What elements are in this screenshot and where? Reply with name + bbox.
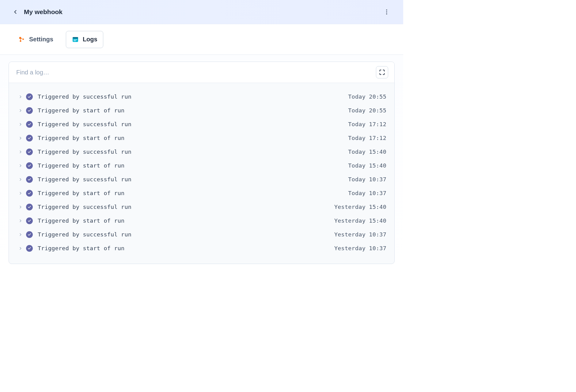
tab-settings[interactable]: Settings: [12, 31, 59, 48]
back-button[interactable]: [11, 8, 20, 16]
log-message: Triggered by successful run: [38, 149, 348, 155]
log-row[interactable]: Triggered by start of runToday 15:40: [16, 159, 388, 172]
chevron-right-icon: [17, 136, 24, 140]
log-message: Triggered by successful run: [38, 176, 348, 183]
search-input[interactable]: [15, 66, 376, 78]
chevron-left-icon: [12, 9, 18, 15]
log-message: Triggered by start of run: [38, 135, 348, 141]
log-timestamp: Today 10:37: [348, 176, 386, 183]
status-success-icon: [26, 135, 33, 141]
maximize-icon: [379, 69, 385, 75]
search-row: [9, 62, 394, 83]
logs-panel: Triggered by successful runToday 20:55Tr…: [9, 62, 395, 264]
tabs-bar: Settings Logs: [0, 24, 403, 55]
svg-point-3: [19, 37, 21, 39]
log-row[interactable]: Triggered by successful runToday 10:37: [16, 172, 388, 186]
svg-rect-9: [74, 40, 76, 41]
log-timestamp: Yesterday 10:37: [334, 231, 386, 238]
log-row[interactable]: Triggered by successful runToday 17:12: [16, 117, 388, 131]
chevron-right-icon: [17, 191, 24, 195]
log-list: Triggered by successful runToday 20:55Tr…: [9, 83, 394, 264]
log-message: Triggered by start of run: [38, 107, 348, 114]
log-timestamp: Today 20:55: [348, 93, 386, 100]
status-success-icon: [26, 231, 33, 238]
svg-point-4: [23, 38, 24, 40]
log-message: Triggered by start of run: [38, 245, 334, 251]
page-header: My webhook: [0, 0, 403, 24]
log-timestamp: Today 17:12: [348, 135, 386, 141]
status-success-icon: [26, 162, 33, 169]
log-row[interactable]: Triggered by successful runToday 15:40: [16, 145, 388, 159]
log-row[interactable]: Triggered by start of runToday 20:55: [16, 104, 388, 117]
chevron-right-icon: [17, 122, 24, 126]
status-success-icon: [26, 217, 33, 224]
svg-point-5: [20, 40, 21, 42]
chevron-right-icon: [17, 232, 24, 237]
expand-button[interactable]: [376, 66, 388, 78]
svg-point-1: [386, 11, 387, 12]
log-message: Triggered by successful run: [38, 204, 334, 210]
status-success-icon: [26, 149, 33, 155]
chevron-right-icon: [17, 246, 24, 251]
log-message: Triggered by successful run: [38, 231, 334, 238]
tab-label: Logs: [83, 36, 97, 43]
page-title: My webhook: [24, 8, 63, 16]
log-row[interactable]: Triggered by start of runYesterday 15:40: [16, 214, 388, 228]
log-row[interactable]: Triggered by successful runYesterday 15:…: [16, 200, 388, 214]
log-timestamp: Today 10:37: [348, 190, 386, 196]
status-success-icon: [26, 121, 33, 128]
svg-rect-8: [74, 40, 77, 40]
chevron-right-icon: [17, 219, 24, 223]
chevron-right-icon: [17, 164, 24, 168]
log-timestamp: Today 20:55: [348, 107, 386, 114]
log-message: Triggered by start of run: [38, 190, 348, 196]
log-row[interactable]: Triggered by successful runToday 20:55: [16, 90, 388, 104]
log-timestamp: Yesterday 15:40: [334, 204, 386, 210]
more-vertical-icon: [383, 9, 390, 15]
chevron-right-icon: [17, 177, 24, 182]
log-message: Triggered by successful run: [38, 93, 348, 100]
log-row[interactable]: Triggered by successful runYesterday 10:…: [16, 228, 388, 241]
log-row[interactable]: Triggered by start of runToday 17:12: [16, 131, 388, 145]
log-row[interactable]: Triggered by start of runYesterday 10:37: [16, 241, 388, 255]
chevron-right-icon: [17, 108, 24, 113]
status-success-icon: [26, 107, 33, 114]
log-timestamp: Yesterday 15:40: [334, 217, 386, 224]
chevron-right-icon: [17, 150, 24, 154]
status-success-icon: [26, 93, 33, 100]
chevron-right-icon: [17, 95, 24, 99]
chevron-right-icon: [17, 205, 24, 209]
svg-rect-7: [73, 37, 78, 39]
tab-logs[interactable]: Logs: [66, 31, 103, 48]
svg-point-0: [386, 9, 387, 10]
more-menu-button[interactable]: [382, 0, 391, 24]
log-message: Triggered by start of run: [38, 162, 348, 169]
log-row[interactable]: Triggered by start of runToday 10:37: [16, 186, 388, 200]
log-timestamp: Today 17:12: [348, 121, 386, 127]
settings-icon: [18, 36, 25, 43]
status-success-icon: [26, 245, 33, 252]
log-message: Triggered by successful run: [38, 121, 348, 127]
log-message: Triggered by start of run: [38, 217, 334, 224]
svg-point-2: [386, 13, 387, 14]
logs-icon: [72, 36, 79, 43]
log-timestamp: Today 15:40: [348, 162, 386, 169]
status-success-icon: [26, 204, 33, 210]
tab-label: Settings: [29, 36, 53, 43]
status-success-icon: [26, 176, 33, 183]
log-timestamp: Yesterday 10:37: [334, 245, 386, 251]
log-timestamp: Today 15:40: [348, 149, 386, 155]
status-success-icon: [26, 190, 33, 197]
content-area: Triggered by successful runToday 20:55Tr…: [0, 55, 403, 273]
